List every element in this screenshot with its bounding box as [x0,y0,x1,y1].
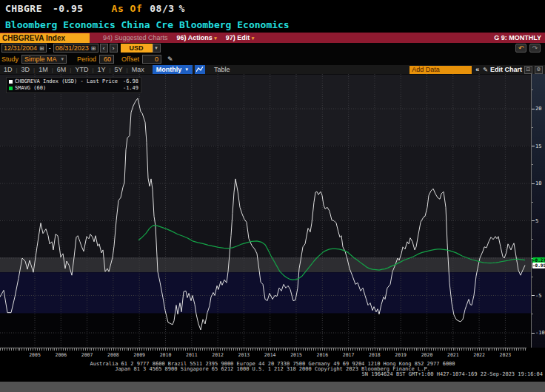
tab-1m[interactable]: 1M [35,66,52,73]
y-axis-label: -5 [535,293,541,299]
x-axis-year-label: 2006 [51,352,70,358]
tab-3d[interactable]: 3D [18,66,34,73]
x-axis-year-label: 2023 [495,352,515,358]
actions-menu[interactable]: 96) Actions ▾ [177,34,217,41]
x-axis-year-label: 2010 [156,352,175,358]
study-select[interactable]: Simple MA▾ [21,55,67,64]
line-chart-type-button[interactable] [195,65,205,74]
period-input[interactable]: 60 [99,55,114,64]
function-title-bar: CHBGREVA Index 94) Suggested Charts 96) … [0,33,545,43]
y-axis-tick [532,314,533,314]
frequency-select[interactable]: Monthly▼ [153,65,193,74]
y-axis-tick [532,183,535,184]
legend-label: CHBGREVA Index (USD) - Last Price [15,78,118,85]
y-axis-label: 10 [535,180,541,186]
ticker-header: CHBGRE -0.95 As Of 08/3 % [0,0,545,16]
x-axis-year-label: 2011 [182,352,201,358]
tab-ytd[interactable]: YTD [71,66,92,73]
x-axis-year-label: 2020 [418,352,437,358]
tab-1y[interactable]: 1Y [93,66,109,73]
bloomberg-terminal-window: CHBGRE -0.95 As Of 08/3 % Bloomberg Econ… [0,0,545,392]
y-axis-tick [532,333,535,334]
popout-window-icon[interactable]: ⊡ [524,66,532,74]
dropdown-arrow-icon: ▾ [61,56,64,62]
footer: Australia 61 2 9777 8600 Brazil 5511 239… [0,360,545,382]
undo-button[interactable]: ↶ [515,44,526,53]
description-right: Bloomberg Economics [179,19,290,30]
chart-region: 2015105-5-10-0.27-0.95 20052006200720082… [0,74,545,360]
date-from-input[interactable]: 12/31/2004 ⊞ [1,44,47,53]
legend-swatch-green [9,87,13,90]
x-axis-year-label: 2012 [208,352,227,358]
range-tab-bar: 1D| 3D| 1M| 6M| YTD| 1Y| 5Y| Max Monthly… [0,65,545,74]
study-toolbar: Study Simple MA▾ Period 60 Offset 0 ✎ [0,53,545,65]
range-forward-button[interactable]: › [110,44,118,53]
security-description: Bloomberg Economics China Cre Bloomberg … [0,16,545,33]
y-axis-tick [532,89,533,90]
y-axis: 2015105-5-10-0.27-0.95 [531,74,545,348]
y-axis-tick [532,109,535,109]
security-input[interactable]: CHBGREVA Index [0,33,90,43]
x-axis: 2005200620072008200920102011201220132014… [0,348,545,360]
x-axis-year-label: 2014 [261,352,280,358]
x-axis-year-label: 2015 [287,352,306,358]
as-of-label: As Of [112,3,143,14]
x-axis-year-label: 2007 [78,352,97,358]
legend-value: -6.98 [123,78,138,85]
suggested-charts-menu[interactable]: 94) Suggested Charts [103,34,168,41]
calendar-icon: ⊞ [91,45,96,52]
y-axis-tick [532,295,535,296]
currency-dropdown-arrow[interactable]: ▾ [153,44,161,53]
edit-menu[interactable]: 97) Edit ▾ [226,34,255,41]
x-axis-year-label: 2016 [312,352,332,358]
line-chart-icon [196,67,204,72]
x-axis-year-label: 2022 [469,352,489,358]
legend-swatch-white [9,80,13,84]
dropdown-arrow-icon: ▾ [214,36,217,41]
x-axis-year-label: 2005 [25,352,44,358]
percent-sign: % [179,3,185,14]
offset-label: Offset [121,55,139,63]
currency-select[interactable]: USD [121,44,153,53]
x-axis-year-label: 2017 [339,352,358,358]
legend-row-smavg: SMAVG (60) -1.49 [9,85,138,92]
legend-label: SMAVG (60) [15,85,46,92]
x-axis-year-label: 2021 [444,352,463,358]
y-axis-label: 20 [535,106,541,112]
x-axis-year-label: 2018 [365,352,384,358]
x-axis-year-label: 2008 [104,352,123,358]
x-axis-month-ticks [0,348,526,351]
collapse-panel-icon[interactable]: « [475,66,479,73]
tab-5y[interactable]: 5Y [111,66,127,73]
redo-button[interactable]: ↷ [529,44,541,53]
table-button[interactable]: Table [214,66,230,73]
y-axis-tick [532,220,535,221]
tab-6m[interactable]: 6M [53,66,70,73]
dropdown-arrow-icon: ▼ [184,67,189,72]
ticker-value: -0.95 [53,3,84,14]
date-to-input[interactable]: 08/31/2023 ⊞ [53,44,98,53]
date-range-dash: - [49,44,51,52]
y-axis-label: 5 [535,218,538,224]
chart-legend: CHBGREVA Index (USD) - Last Price -6.98 … [6,77,141,93]
y-axis-tick [532,127,533,128]
study-label: Study [1,55,19,63]
add-data-input[interactable]: Add Data [409,66,472,74]
dropdown-arrow-icon: ▾ [252,36,255,41]
tab-max[interactable]: Max [128,66,148,73]
y-axis-tick [532,202,533,203]
ticker-symbol: CHBGRE [5,3,42,14]
range-back-button[interactable]: ‹ [100,44,108,53]
edit-study-pencil-icon[interactable]: ✎ [167,55,173,63]
edit-chart-pencil-icon[interactable]: ✎ [483,67,488,73]
edit-chart-button[interactable]: Edit Chart [490,66,522,73]
footer-session-line: SN 1964624 BST GMT+1:00 H427-1074-169 22… [0,372,545,377]
bottom-gray-bar [0,382,545,392]
chart-settings-gear-icon[interactable]: ⚙ [535,66,543,74]
offset-input[interactable]: 0 [142,55,161,64]
date-toolbar: 12/31/2004 ⊞ - 08/31/2023 ⊞ ‹ › USD ▾ ↶ … [0,43,545,53]
legend-value: -1.49 [123,85,138,92]
legend-row-last-price: CHBGREVA Index (USD) - Last Price -6.98 [9,78,138,85]
chart-plot-area[interactable] [0,74,531,348]
tab-1d[interactable]: 1D [0,66,16,73]
